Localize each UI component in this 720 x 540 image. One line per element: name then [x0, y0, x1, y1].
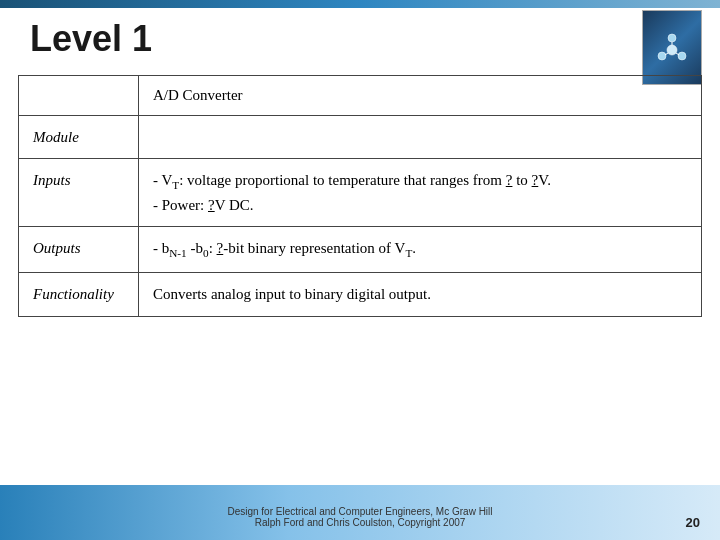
outputs-row: Outputs - bN-1 -b0: ?-bit binary represe…	[19, 227, 702, 273]
svg-point-2	[678, 52, 686, 60]
header-label-cell	[19, 76, 139, 116]
functionality-row: Functionality Converts analog input to b…	[19, 273, 702, 317]
inputs-row: Inputs - VT: voltage proportional to tem…	[19, 159, 702, 227]
book-cover-thumbnail	[642, 10, 702, 85]
header-content-cell: A/D Converter	[139, 76, 702, 116]
footer-line2: Ralph Ford and Chris Coulston, Copyright…	[255, 517, 466, 528]
table-header-row: A/D Converter	[19, 76, 702, 116]
svg-point-1	[658, 52, 666, 60]
page-title: Level 1	[30, 18, 152, 60]
molecule-icon	[652, 28, 692, 68]
functionality-content: Converts analog input to binary digital …	[139, 273, 702, 317]
outputs-content: - bN-1 -b0: ?-bit binary representation …	[139, 227, 702, 273]
top-decorative-bar	[0, 0, 720, 8]
svg-point-0	[668, 34, 676, 42]
footer-text: Design for Electrical and Computer Engin…	[0, 506, 720, 528]
inputs-label: Inputs	[19, 159, 139, 227]
page-number: 20	[686, 515, 700, 530]
outputs-label: Outputs	[19, 227, 139, 273]
module-label: Module	[19, 115, 139, 159]
footer-line1: Design for Electrical and Computer Engin…	[227, 506, 492, 517]
module-content	[139, 115, 702, 159]
inputs-content: - VT: voltage proportional to temperatur…	[139, 159, 702, 227]
functionality-label: Functionality	[19, 273, 139, 317]
content-table: A/D Converter Module Inputs - VT: voltag…	[18, 75, 702, 317]
module-row: Module	[19, 115, 702, 159]
svg-point-3	[667, 45, 677, 55]
